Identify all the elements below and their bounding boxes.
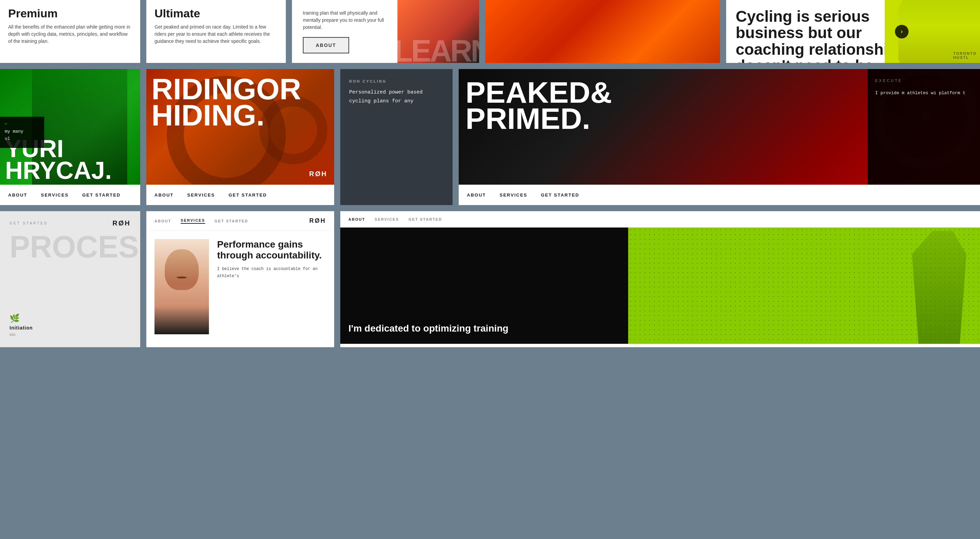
cycling-serious-card: Cycling is serious business but our coac…	[726, 0, 980, 63]
execute-body: I provide m athletes wi platform t	[875, 89, 972, 97]
nav-get-started-riding[interactable]: GET STARTED	[229, 192, 267, 198]
premium-title: Premium	[8, 7, 132, 20]
nav-about-riding[interactable]: ABOUT	[154, 192, 173, 198]
execute-label: EXECUTE	[875, 79, 972, 82]
process-card: GET STARTED PROCESS RØH 🌿 Initiation ion	[0, 211, 140, 347]
nav-get-started-perf[interactable]: GET STARTED	[215, 219, 248, 223]
yuri-nav-bar: ABOUT SERVICES GET STARTED	[0, 185, 140, 205]
roh-logo-perf: RØH	[309, 217, 326, 224]
performance-card: ABOUT SERVICES GET STARTED RØH P	[146, 211, 334, 347]
bike-closeup-card	[485, 0, 720, 63]
perf-text: Performance gains through accountability…	[217, 239, 326, 334]
side-label: H	[5, 122, 40, 125]
initiation-label: Initiation	[10, 325, 33, 331]
riding-text-block: RIDINGOR HIDING.	[151, 76, 301, 128]
coach-portrait	[154, 239, 209, 334]
nav-get-started[interactable]: GET STARTED	[82, 192, 121, 198]
nav-services-peaked[interactable]: SERVICES	[500, 192, 527, 198]
ultimate-card: Ultimate Get peaked and primed on race d…	[146, 0, 286, 63]
jersey-text: TORONTOHUSTL	[953, 51, 977, 60]
initiation-block: 🌿 Initiation ion	[10, 314, 33, 337]
optimizing-card: ABOUT SERVICES GET STARTED I'm	[340, 211, 980, 347]
training-plan-card: training plan that will physically and m…	[292, 0, 479, 63]
riding-nav-bar: ABOUT SERVICES GET STARTED	[146, 185, 334, 205]
nav-get-started-peaked[interactable]: GET STARTED	[541, 192, 579, 198]
perf-body: I believe the coach is accountable for a…	[217, 266, 326, 279]
premium-card: Premium All the benefits of the enhanced…	[0, 0, 140, 63]
peaked-nav-bar: ABOUT SERVICES GET STARTED	[459, 185, 980, 205]
optim-green-bg	[628, 228, 980, 344]
side-info-panel: H my manyul	[0, 117, 44, 148]
mustache	[177, 276, 187, 279]
row-2: H my manyul YURI HRYCAJ. ABOUT SERVICES …	[0, 69, 980, 205]
training-plan-text: training plan that will physically and m…	[303, 10, 387, 31]
optim-bottom-text: I'm dedicated to optimizing training	[348, 323, 508, 334]
perf-headline: Performance gains through accountability…	[217, 239, 326, 261]
athlete-yellow-bg: TORONTOHUSTL ›	[885, 0, 980, 63]
roh-logo-riding: RØH	[309, 170, 327, 178]
nav-services-optim[interactable]: SERVICES	[375, 217, 399, 221]
peaked-line2: PRIMED.	[466, 105, 612, 132]
perf-nav: ABOUT SERVICES GET STARTED RØH	[146, 211, 334, 231]
row-1: Premium All the benefits of the enhanced…	[0, 0, 980, 63]
nav-services[interactable]: SERVICES	[41, 192, 69, 198]
head-shape	[165, 249, 199, 290]
initiation-icon: 🌿	[10, 314, 33, 323]
nav-about-optim[interactable]: ABOUT	[348, 217, 365, 221]
arrow-icon[interactable]: ›	[895, 25, 908, 38]
last-name: HRYCAJ.	[5, 160, 135, 181]
roh-cycling-info: ROH CYCLING Personalized power based cyc…	[340, 69, 453, 205]
peaked-primed-card: PEAKED& PRIMED. EXECUTE I provide m athl…	[459, 69, 980, 205]
riding-hiding-card: RIDINGOR HIDING. RØH ABOUT SERVICES GET …	[146, 69, 334, 205]
ultimate-desc: Get peaked and primed on race day. Limit…	[154, 24, 278, 45]
roh-logo-process: RØH	[113, 219, 130, 227]
bike-photo	[485, 0, 720, 63]
nav-get-started-optim[interactable]: GET STARTED	[409, 217, 442, 221]
initiation-bottom: ion	[10, 332, 33, 337]
roh-cycling-label: ROH CYCLING	[349, 79, 444, 83]
execute-panel: EXECUTE I provide m athletes wi platform…	[868, 69, 980, 185]
nav-about[interactable]: ABOUT	[8, 192, 27, 198]
optim-headline: I'm dedicated to optimizing training	[348, 323, 508, 334]
side-body: my manyul	[5, 128, 40, 143]
nav-services-perf[interactable]: SERVICES	[181, 218, 205, 224]
nav-about-peaked[interactable]: ABOUT	[467, 192, 486, 198]
perf-content: Performance gains through accountability…	[146, 231, 334, 342]
nav-services-riding[interactable]: SERVICES	[187, 192, 215, 198]
optim-nav: ABOUT SERVICES GET STARTED	[340, 211, 980, 228]
bike-image	[398, 0, 479, 63]
optim-content: I'm dedicated to optimizing training	[340, 228, 980, 344]
nav-about-perf[interactable]: ABOUT	[154, 219, 171, 223]
premium-desc: All the benefits of the enhanced plan wh…	[8, 24, 132, 45]
process-big-text: PROCESS	[10, 233, 130, 261]
peaked-text-block: PEAKED& PRIMED.	[466, 79, 612, 132]
roh-cycling-text: Personalized power based cycling plans f…	[349, 88, 444, 105]
row-3: GET STARTED PROCESS RØH 🌿 Initiation ion…	[0, 211, 980, 347]
riding-line2: HIDING.	[151, 102, 301, 128]
ultimate-title: Ultimate	[154, 7, 278, 20]
about-button[interactable]: ABOUT	[303, 37, 349, 53]
yuri-hrycaj-card: H my manyul YURI HRYCAJ. ABOUT SERVICES …	[0, 69, 140, 205]
